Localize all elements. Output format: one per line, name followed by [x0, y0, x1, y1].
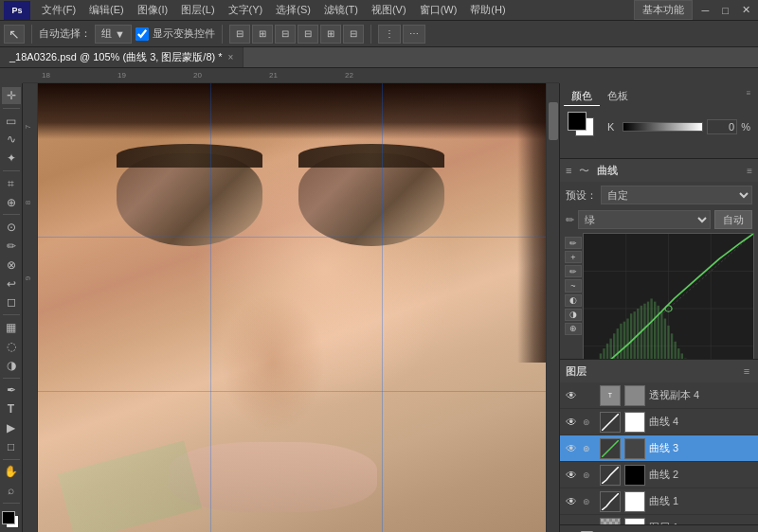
dodge-tool[interactable]: ◑ — [2, 357, 21, 374]
curves-channel-row: ✏ 绿 自动 — [560, 208, 758, 231]
lasso-tool[interactable]: ∿ — [2, 131, 21, 148]
auto-select-label: 自动选择： — [39, 27, 91, 41]
color-slider[interactable] — [623, 122, 703, 132]
swatches-tab[interactable]: 色板 — [600, 87, 636, 106]
menu-view[interactable]: 视图(V) — [366, 1, 412, 19]
histogram-bars — [589, 298, 744, 360]
menu-text[interactable]: 文字(Y) — [223, 1, 269, 19]
eyedropper-tool[interactable]: ⊕ — [2, 194, 21, 211]
align-bottom-btn[interactable]: ⊟ — [343, 25, 364, 44]
menu-image[interactable]: 图像(I) — [132, 1, 173, 19]
tab-close-btn[interactable]: × — [228, 52, 234, 62]
layer-item[interactable]: 👁 ⊚ 曲线 2 — [560, 462, 758, 488]
preset-label: 预设： — [566, 188, 597, 203]
color-panel-collapse[interactable]: ≡ — [743, 87, 754, 98]
eye-area-right — [298, 153, 444, 246]
curves-tool-smooth[interactable]: ~ — [565, 279, 582, 292]
pen-tool[interactable]: ✒ — [2, 381, 21, 399]
align-top-btn[interactable]: ⊟ — [298, 25, 318, 44]
align-center-btn[interactable]: ⊞ — [252, 25, 273, 44]
preset-select[interactable]: 自定 — [601, 186, 752, 204]
color-value-input[interactable] — [707, 119, 737, 134]
tool-select-btn[interactable]: ↖ — [4, 25, 25, 44]
curves-tool-light[interactable]: ◑ — [565, 309, 582, 321]
curves-content: 预设： 自定 ✏ 绿 自动 — [560, 182, 758, 231]
vertical-scrollbar[interactable] — [546, 83, 559, 532]
menu-window[interactable]: 窗口(W) — [414, 1, 463, 19]
curves-options-btn[interactable]: ≡ — [747, 166, 752, 176]
layers-footer: fx ⬜ ◑ 📁 + 🗑 — [560, 524, 758, 532]
align-middle-btn[interactable]: ⊞ — [320, 25, 341, 44]
v-scroll-thumb[interactable] — [549, 102, 558, 140]
restore-btn[interactable]: □ — [718, 5, 732, 16]
zoom-tool[interactable]: ⌕ — [2, 482, 21, 499]
svg-rect-33 — [654, 302, 656, 360]
fg-color-rect[interactable] — [568, 112, 587, 131]
menu-layer[interactable]: 图层(L) — [175, 1, 220, 19]
menu-filter[interactable]: 滤镜(T) — [318, 1, 364, 19]
shape-tool[interactable]: □ — [2, 438, 21, 455]
menu-help[interactable]: 帮助(H) — [464, 1, 511, 19]
channel-select[interactable]: 绿 — [578, 210, 711, 229]
layer-eye-icon[interactable]: 👁 — [564, 388, 579, 403]
tool-separator-4 — [3, 314, 20, 315]
curves-auto-btn[interactable]: 自动 — [714, 210, 752, 229]
layers-options-btn[interactable]: ≡ — [741, 365, 752, 377]
clone-tool[interactable]: ⊗ — [2, 257, 21, 274]
minimize-btn[interactable]: ─ — [698, 5, 713, 16]
layer-name: 透视副本 4 — [649, 388, 754, 402]
curves-tool-edit[interactable]: ✏ — [565, 237, 582, 249]
show-transform-checkbox[interactable] — [135, 27, 149, 41]
curves-tool-dark[interactable]: ◐ — [565, 294, 582, 307]
gradient-tool[interactable]: ▦ — [2, 319, 21, 336]
layer-link-icon — [583, 389, 596, 402]
right-panels: 颜色 色板 ≡ K % — [559, 83, 758, 532]
path-select-tool[interactable]: ▶ — [2, 419, 21, 436]
align-right-btn[interactable]: ⊟ — [275, 25, 296, 44]
layer-item[interactable]: 👁 ⊚ 曲线 1 — [560, 488, 758, 515]
layer-eye-icon[interactable]: 👁 — [564, 441, 579, 456]
auto-select-dropdown[interactable]: 组 ▼ — [95, 25, 132, 44]
eyelash-left — [117, 144, 262, 168]
layer-item[interactable]: 👁 T 透视副本 4 — [560, 382, 758, 409]
photo-canvas — [38, 83, 559, 532]
brush-tool[interactable]: ✏ — [2, 238, 21, 255]
workspace-mode[interactable]: 基本功能 — [634, 0, 693, 20]
document-tab[interactable]: _18A0326.psd @ 105% (曲线 3, 图层蒙版/8) * × — [0, 47, 244, 67]
curves-tool-sample[interactable]: ⊕ — [565, 323, 582, 335]
toolbar-separator-1 — [31, 25, 32, 44]
hand-tool[interactable]: ✋ — [2, 463, 21, 480]
layer-eye-icon[interactable]: 👁 — [564, 468, 579, 483]
heal-tool[interactable]: ⊙ — [2, 219, 21, 236]
menu-file[interactable]: 文件(F) — [36, 1, 81, 19]
layer-thumb — [600, 412, 621, 433]
layer-name: 曲线 2 — [649, 468, 754, 482]
curves-tool-point[interactable]: + — [565, 251, 582, 263]
crop-tool[interactable]: ⌗ — [2, 175, 21, 192]
layer-item[interactable]: 👁 ⊚ 图层 1 — [560, 515, 758, 524]
toolbar-separator-3 — [370, 25, 371, 44]
color-panel: 颜色 色板 ≡ K % — [560, 83, 758, 159]
magic-wand-tool[interactable]: ✦ — [2, 150, 21, 167]
svg-rect-18 — [603, 348, 605, 360]
align-left-btn[interactable]: ⊟ — [229, 25, 250, 44]
color-tab[interactable]: 颜色 — [564, 87, 600, 106]
eraser-tool[interactable]: ◻ — [2, 293, 21, 310]
menu-edit[interactable]: 编辑(E) — [83, 1, 130, 19]
rect-select-tool[interactable]: ▭ — [2, 113, 21, 130]
close-btn[interactable]: ✕ — [738, 4, 754, 16]
foreground-color-swatch[interactable] — [2, 511, 15, 524]
type-tool[interactable]: T — [2, 400, 21, 417]
distribute-v-btn[interactable]: ⋯ — [403, 25, 425, 44]
layer-eye-icon[interactable]: 👁 — [564, 494, 579, 509]
curves-tool-freehand[interactable]: ✏ — [565, 265, 582, 277]
blur-tool[interactable]: ◌ — [2, 338, 21, 355]
history-brush-tool[interactable]: ↩ — [2, 275, 21, 293]
menu-select[interactable]: 选择(S) — [270, 1, 316, 19]
layer-item[interactable]: 👁 ⊚ 曲线 4 — [560, 409, 758, 435]
curves-graph[interactable] — [583, 233, 754, 360]
layer-item[interactable]: 👁 ⊚ 曲线 3 — [560, 435, 758, 462]
distribute-h-btn[interactable]: ⋮ — [378, 25, 401, 44]
layer-eye-icon[interactable]: 👁 — [564, 415, 579, 430]
move-tool[interactable]: ✛ — [2, 87, 21, 104]
